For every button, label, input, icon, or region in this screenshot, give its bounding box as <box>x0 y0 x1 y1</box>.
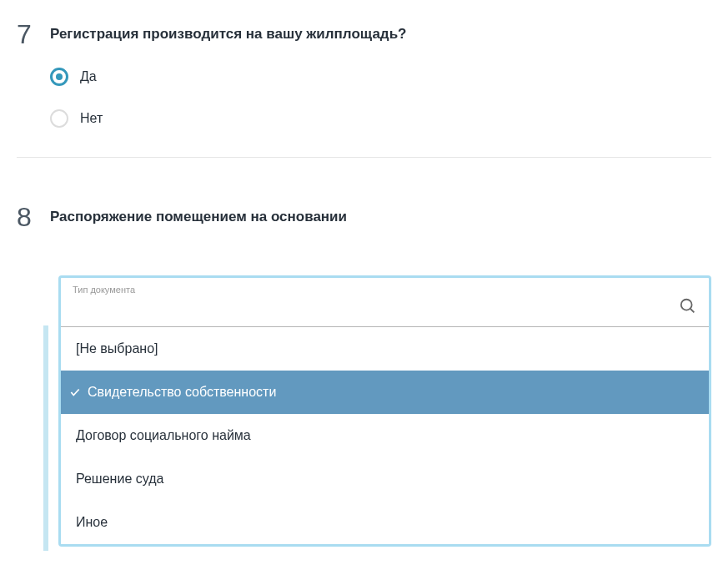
question-number-7: 7 <box>17 21 50 48</box>
select-label: Тип документа <box>73 285 697 295</box>
search-icon[interactable] <box>679 297 697 319</box>
radio-dot-icon <box>56 73 63 80</box>
radio-circle-icon <box>50 68 68 86</box>
radio-circle-icon <box>50 109 68 128</box>
document-type-select-container: Тип документа [Не выбрано] Св <box>58 275 711 547</box>
accent-border <box>43 325 48 551</box>
dropdown-item-contract[interactable]: Договор социального найма <box>61 414 709 457</box>
dropdown-list: [Не выбрано] Свидетельство собственности… <box>61 327 709 544</box>
question-7-title: Регистрация производится на вашу жилплощ… <box>50 26 711 43</box>
dropdown-item-label: Свидетельство собственности <box>88 385 276 400</box>
select-input-row <box>61 296 709 327</box>
radio-label-no: Нет <box>80 111 103 126</box>
radio-option-no[interactable]: Нет <box>50 109 711 128</box>
radio-label-yes: Да <box>80 69 97 84</box>
radio-group-q7: Да Нет <box>50 68 711 128</box>
document-type-select[interactable]: Тип документа [Не выбрано] Св <box>58 275 711 547</box>
dropdown-item-other[interactable]: Иное <box>61 501 709 544</box>
dropdown-item-certificate[interactable]: Свидетельство собственности <box>61 371 709 414</box>
dropdown-item-court[interactable]: Решение суда <box>61 457 709 501</box>
dropdown-item-label: Решение суда <box>76 472 163 487</box>
dropdown-item-none[interactable]: [Не выбрано] <box>61 327 709 371</box>
question-8-content: Распоряжение помещением на основании <box>50 204 711 250</box>
radio-option-yes[interactable]: Да <box>50 68 711 86</box>
svg-line-1 <box>690 309 695 313</box>
document-search-input[interactable] <box>73 296 679 320</box>
section-divider <box>17 157 711 158</box>
check-icon <box>69 386 81 398</box>
question-7-content: Регистрация производится на вашу жилплощ… <box>50 21 711 128</box>
select-header: Тип документа <box>61 278 709 296</box>
dropdown-item-label: Договор социального найма <box>76 428 251 443</box>
dropdown-item-label: [Не выбрано] <box>76 341 158 356</box>
svg-point-0 <box>681 300 692 310</box>
question-8-title: Распоряжение помещением на основании <box>50 209 711 225</box>
question-8: 8 Распоряжение помещением на основании <box>17 204 711 250</box>
dropdown-item-label: Иное <box>76 515 108 530</box>
question-number-8: 8 <box>17 204 50 230</box>
question-7: 7 Регистрация производится на вашу жилпл… <box>17 21 711 128</box>
